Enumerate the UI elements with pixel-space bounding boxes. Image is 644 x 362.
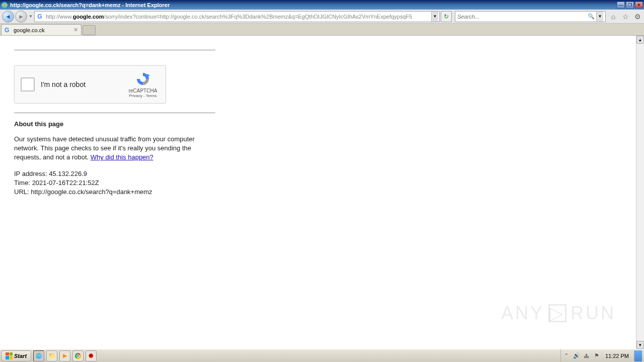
recaptcha-logo-icon xyxy=(135,71,151,87)
refresh-button[interactable]: ↻ xyxy=(441,11,452,22)
back-button[interactable]: ◄ xyxy=(2,11,14,23)
network-icon[interactable]: 🖧 xyxy=(583,352,590,359)
folder-icon: 📁 xyxy=(48,352,55,359)
taskbar-explorer[interactable]: 📁 xyxy=(46,350,57,361)
tab-label: google.co.ck xyxy=(14,27,70,33)
window-titlebar: http://google.co.ck/search?q=dank+memz -… xyxy=(0,0,644,10)
svg-point-5 xyxy=(77,354,79,357)
search-bar[interactable]: 🔍 ▼ xyxy=(455,11,606,22)
about-text: Our systems have detected unusual traffi… xyxy=(14,135,205,162)
system-tray: ⌃ 🔊 🖧 ⚑ 11:22 PM xyxy=(560,349,644,362)
about-heading: About this page xyxy=(14,120,622,128)
search-input[interactable] xyxy=(457,14,587,20)
maximize-button[interactable]: ❐ xyxy=(626,2,634,9)
search-icon[interactable]: 🔍 xyxy=(587,13,595,21)
volume-icon[interactable]: 🔊 xyxy=(573,352,580,359)
media-icon: ▶ xyxy=(63,352,67,359)
recaptcha-label: I'm not a robot xyxy=(41,80,126,88)
taskbar-chrome[interactable] xyxy=(72,350,84,361)
tools-icon[interactable]: ⚙ xyxy=(633,12,642,21)
url-text: http://www.google.com/sorry/index?contin… xyxy=(46,14,431,20)
favorites-icon[interactable]: ☆ xyxy=(621,12,630,21)
recaptcha-privacy-link[interactable]: Privacy xyxy=(129,94,142,98)
clock[interactable]: 11:22 PM xyxy=(603,353,631,359)
address-bar[interactable]: G http://www.google.com/sorry/index?cont… xyxy=(34,11,440,22)
recaptcha-links: Privacy - Terms xyxy=(126,94,159,98)
minimize-button[interactable]: — xyxy=(617,2,625,9)
url-dropdown[interactable]: ▼ xyxy=(431,12,438,22)
ie-icon xyxy=(1,2,8,9)
separator xyxy=(14,50,215,50)
flag-icon[interactable]: ⚑ xyxy=(593,352,600,359)
taskbar-app[interactable]: ⬣ xyxy=(86,350,97,361)
search-dropdown[interactable]: ▼ xyxy=(596,12,603,22)
time-info: Time: 2021-07-16T22:21:52Z xyxy=(14,178,622,188)
home-icon[interactable]: ⌂ xyxy=(609,12,618,21)
ip-info: IP address: 45.132.226.9 xyxy=(14,169,622,178)
why-link[interactable]: Why did this happen? xyxy=(91,153,153,161)
recaptcha-branding: reCAPTCHA Privacy - Terms xyxy=(126,71,159,98)
url-favicon-icon: G xyxy=(36,13,44,21)
page-content: I'm not a robot reCAPTCHA Privacy - Term… xyxy=(0,36,636,349)
new-tab-button[interactable] xyxy=(83,25,96,35)
scroll-up-icon[interactable]: ▴ xyxy=(636,36,644,44)
nav-dropdown[interactable]: ▼ xyxy=(28,11,33,23)
recaptcha-checkbox[interactable] xyxy=(21,77,35,92)
windows-logo-icon xyxy=(6,352,13,359)
taskbar: Start 📁 ▶ ⬣ ⌃ 🔊 🖧 ⚑ 11:22 PM xyxy=(0,349,644,362)
start-button[interactable]: Start xyxy=(1,350,31,361)
scroll-down-icon[interactable]: ▾ xyxy=(636,341,644,349)
recaptcha-terms-link[interactable]: Terms xyxy=(146,94,157,98)
show-desktop-button[interactable] xyxy=(634,350,642,361)
play-icon: ▷ xyxy=(548,304,567,322)
tab-favicon-icon: G xyxy=(5,27,12,34)
tray-expand-icon[interactable]: ⌃ xyxy=(563,352,570,359)
recaptcha-brand: reCAPTCHA xyxy=(126,88,159,94)
tab-bar: G google.co.ck ✕ xyxy=(0,24,644,36)
window-title: http://google.co.ck/search?q=dank+memz -… xyxy=(10,2,617,8)
recaptcha-widget: I'm not a robot reCAPTCHA Privacy - Term… xyxy=(14,65,166,104)
vertical-scrollbar[interactable]: ▴ ▾ xyxy=(636,36,644,349)
tab-close-icon[interactable]: ✕ xyxy=(73,27,78,33)
tab-active[interactable]: G google.co.ck ✕ xyxy=(1,24,82,35)
watermark: ANY ▷ RUN xyxy=(501,303,616,324)
taskbar-media[interactable]: ▶ xyxy=(59,350,70,361)
taskbar-ie[interactable] xyxy=(33,350,44,361)
shield-icon: ⬣ xyxy=(89,352,94,359)
forward-button[interactable]: ► xyxy=(15,11,27,23)
start-label: Start xyxy=(14,353,27,359)
url-info: URL: http://google.co.ck/search?q=dank+m… xyxy=(14,188,622,197)
close-button[interactable]: ✕ xyxy=(635,2,643,9)
separator xyxy=(14,113,215,113)
browser-toolbar: ◄ ► ▼ G http://www.google.com/sorry/inde… xyxy=(0,10,644,24)
